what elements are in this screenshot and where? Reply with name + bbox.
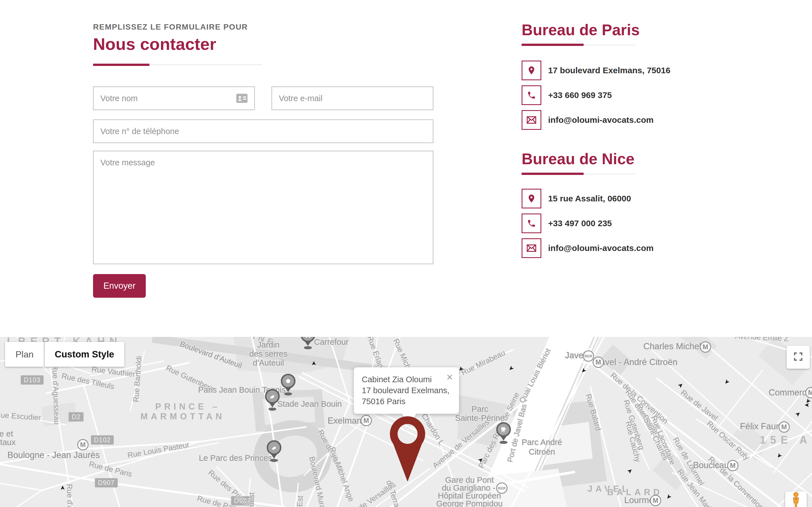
pegman-control[interactable]	[785, 492, 807, 507]
close-icon[interactable]: ×	[447, 372, 453, 383]
map-label: MARMOTTAN	[140, 411, 225, 421]
map-label: D2	[68, 412, 84, 421]
map-label: George Pompidou	[436, 499, 502, 507]
map-label: l'Est	[295, 496, 305, 507]
map-label: Parc André	[522, 438, 562, 447]
map-label: D907	[95, 478, 118, 488]
office-paris-underline	[522, 44, 636, 46]
map-label: Carrefour	[314, 337, 349, 347]
metro-station-icon[interactable]: M	[650, 495, 661, 506]
office-location-pin[interactable]	[390, 416, 425, 482]
map-label: Quai Louis Blériot	[518, 347, 553, 404]
map-label: Rue Escudier	[0, 410, 41, 422]
one-way-arrow-icon: ➤	[665, 493, 673, 501]
map-label: Charles Michels	[644, 341, 706, 351]
map-label: Rue Mirabeau	[460, 348, 507, 377]
one-way-arrow-icon: ➤	[311, 361, 317, 366]
map-label: Stade Jean Bouin	[277, 399, 342, 409]
metro-station-icon[interactable]: M	[593, 356, 604, 368]
envelope-icon	[522, 110, 541, 130]
poi-marker-tennis-icon[interactable]	[280, 374, 296, 395]
map-label: e et	[0, 429, 13, 439]
one-way-arrow-icon: ➤	[794, 410, 802, 418]
office-nice-address: 15 rue Assalit, 06000	[548, 189, 631, 209]
one-way-arrow-icon: ➤	[775, 452, 783, 460]
map-label: d'Auteuil	[253, 358, 284, 368]
office-paris-phone[interactable]: +33 660 969 375	[548, 86, 612, 105]
one-way-arrow-icon: ➤	[804, 402, 809, 408]
one-way-arrow-icon: ➤	[723, 378, 731, 386]
pegman-icon	[790, 492, 802, 507]
map-canvas[interactable]: LBERT KAHNINEJardindes serresd'AuteuilCa…	[0, 337, 812, 507]
one-way-arrow-icon: ➤	[580, 367, 588, 375]
office-nice-underline	[522, 173, 636, 175]
map-label: Le Parc des Princes	[199, 453, 272, 463]
map-label: Parc	[471, 404, 488, 414]
name-input[interactable]	[93, 87, 255, 110]
title-underline	[93, 64, 262, 66]
send-button[interactable]: Envoyer	[93, 274, 146, 298]
map-label: Boucicaut	[693, 460, 731, 470]
map-type-plan-button[interactable]: Plan	[5, 342, 44, 367]
rer-station-icon[interactable]: RER	[496, 483, 507, 494]
map-pin-icon	[522, 189, 541, 209]
map-label: Rue Balard	[583, 393, 603, 432]
map-label: Citroën	[529, 447, 555, 457]
phone-input[interactable]	[93, 119, 434, 143]
poi-marker-bird-icon[interactable]	[264, 389, 280, 411]
metro-station-icon[interactable]: M	[700, 341, 711, 353]
office-paris-email[interactable]: info@oloumi-avocats.com	[548, 110, 654, 130]
map-label: Rue de Javel	[679, 388, 719, 422]
info-window-address-line2: 75016 Paris	[362, 396, 451, 407]
map-label: taux	[0, 438, 16, 447]
office-nice-email[interactable]: info@oloumi-avocats.com	[548, 238, 654, 258]
map-label: Boulevard d'Auteuil	[179, 340, 243, 370]
map-label: Rue de Paris	[88, 460, 133, 479]
map-label: des serres	[249, 349, 287, 358]
map-pin-icon	[522, 61, 541, 80]
office-nice-phone[interactable]: +33 497 000 235	[548, 214, 612, 233]
office-paris-title: Bureau de Paris	[522, 21, 640, 39]
map-label: Rue Michel Ange	[328, 446, 356, 503]
map-label: Rue d'Ague	[65, 484, 75, 507]
one-way-arrow-icon: ➤	[59, 485, 66, 490]
page-title: Nous contacter	[93, 34, 216, 54]
map-label: Avenue Emile Z	[735, 337, 789, 343]
poi-marker-cafe-icon[interactable]	[496, 422, 511, 444]
map-label: Boulogne - Jean Jaurès	[7, 450, 100, 460]
poi-marker-bird-icon[interactable]	[266, 440, 282, 462]
office-paris-address: 17 boulevard Exelmans, 75016	[548, 61, 670, 80]
map-label: Javel - André Citroën	[596, 357, 677, 367]
metro-station-icon[interactable]: M	[778, 421, 790, 433]
envelope-icon	[522, 238, 541, 258]
metro-station-icon[interactable]: M	[77, 439, 89, 450]
one-way-arrow-icon: ➤	[507, 364, 515, 373]
map-label: Exelmans	[327, 416, 366, 426]
fullscreen-button[interactable]	[786, 346, 810, 369]
map-label: 15E ARR	[760, 434, 812, 446]
one-way-arrow-icon: ➤	[626, 467, 634, 475]
rer-station-icon[interactable]: RER	[583, 350, 594, 362]
map-label: Rue d'Aguesseau	[50, 364, 61, 425]
map-label: Ouest	[247, 492, 256, 507]
map-type-control: Plan Custom Style	[5, 342, 124, 367]
info-window-title: Cabinet Zia Oloumi	[362, 374, 451, 385]
map-label: D102	[91, 436, 114, 445]
contact-page: REMPLISSEZ LE FORMULAIRE POUR Nous conta…	[0, 0, 812, 507]
message-textarea[interactable]	[93, 151, 434, 264]
email-input[interactable]	[271, 87, 434, 110]
phone-icon	[522, 214, 541, 233]
one-way-arrow-icon: ➤	[677, 381, 684, 390]
map-label: Rue de la Convention	[609, 371, 670, 426]
map-label: Rue Louis Pasteur	[127, 440, 190, 460]
map-label: Jardin	[257, 340, 280, 349]
map-label: D103	[21, 376, 44, 385]
metro-station-icon[interactable]: M	[727, 460, 739, 471]
map-type-custom-button[interactable]: Custom Style	[45, 342, 124, 367]
info-window-address-line1: 17 boulevard Exelmans,	[362, 385, 451, 396]
map-label: Javel	[565, 350, 585, 360]
metro-station-icon[interactable]: M	[361, 415, 372, 426]
map-label: Rue Bartholdi	[132, 356, 144, 402]
poi-marker-cart-icon[interactable]	[300, 337, 316, 349]
form-eyebrow: REMPLISSEZ LE FORMULAIRE POUR	[93, 22, 248, 32]
